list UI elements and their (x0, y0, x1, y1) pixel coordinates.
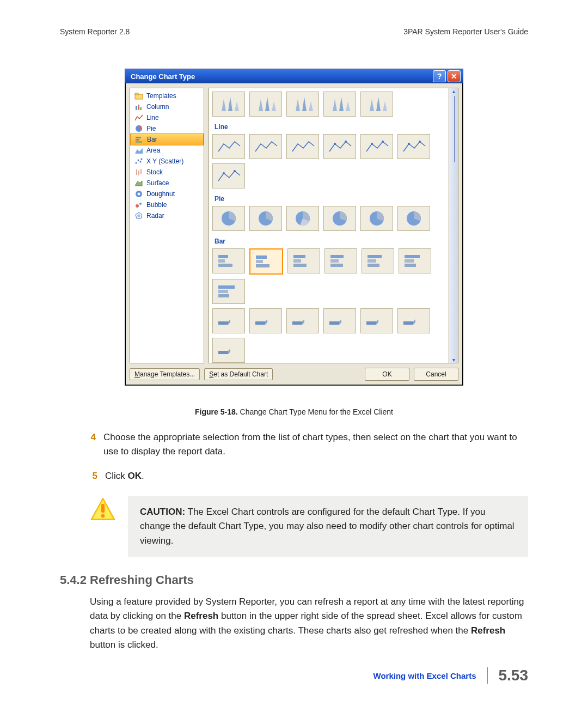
chart-thumb[interactable] (360, 134, 393, 159)
svg-marker-85 (403, 321, 413, 325)
chart-thumb[interactable] (286, 92, 319, 117)
svg-rect-7 (136, 139, 139, 141)
svg-rect-53 (218, 255, 228, 258)
category-column[interactable]: Column (130, 101, 204, 112)
chart-thumb[interactable] (397, 206, 430, 231)
svg-point-12 (140, 161, 142, 163)
bubble-icon (134, 201, 143, 209)
scroll-down-icon[interactable]: ▾ (452, 357, 455, 363)
chart-thumb[interactable] (397, 134, 430, 159)
chart-thumb[interactable] (286, 134, 319, 159)
svg-point-40 (345, 141, 347, 143)
svg-point-44 (419, 141, 421, 143)
chart-thumb[interactable] (362, 248, 394, 273)
manage-templates-button[interactable]: Manage Templates... (130, 368, 200, 380)
chart-thumb[interactable] (399, 248, 431, 273)
svg-rect-63 (330, 259, 339, 263)
chart-thumb[interactable] (324, 248, 357, 273)
category-line[interactable]: Line (130, 112, 204, 123)
svg-rect-8 (136, 141, 142, 143)
svg-point-21 (139, 203, 142, 205)
chart-thumb[interactable] (212, 206, 245, 231)
surface-icon (134, 179, 143, 187)
page-footer: Working with Excel Charts 5.53 (60, 667, 528, 684)
svg-point-39 (334, 143, 336, 145)
chart-thumb[interactable] (212, 248, 245, 273)
step-4: 4 Choose the appropriate selection from … (90, 430, 525, 459)
chart-thumb[interactable] (360, 308, 393, 333)
chart-thumb[interactable] (249, 308, 282, 333)
step-list: 4 Choose the appropriate selection from … (90, 430, 525, 483)
category-stock[interactable]: Stock (130, 167, 204, 178)
svg-rect-59 (293, 255, 305, 258)
close-button[interactable]: ✕ (448, 70, 461, 82)
chart-thumb[interactable] (323, 92, 356, 117)
svg-point-91 (101, 514, 105, 518)
category-radar[interactable]: Radar (130, 210, 204, 221)
svg-marker-26 (235, 101, 239, 111)
chart-thumb[interactable] (212, 163, 245, 188)
dialog-button-row: Manage Templates... Set as Default Chart… (130, 368, 458, 381)
chart-thumb[interactable] (249, 92, 282, 117)
chart-thumb[interactable] (212, 308, 245, 333)
category-doughnut[interactable]: Doughnut (130, 188, 204, 199)
category-bar[interactable]: Bar (130, 133, 204, 145)
svg-point-46 (234, 170, 236, 172)
svg-rect-72 (218, 290, 228, 293)
svg-marker-75 (218, 321, 228, 325)
svg-marker-35 (346, 101, 350, 111)
footer-label: Working with Excel Charts (373, 671, 476, 680)
svg-marker-9 (135, 148, 143, 154)
chart-thumb[interactable] (360, 92, 393, 117)
chart-thumb[interactable] (212, 92, 245, 117)
scroll-up-icon[interactable]: ▴ (452, 88, 455, 94)
bar-icon (135, 136, 144, 143)
svg-marker-27 (259, 99, 263, 111)
svg-rect-6 (136, 137, 141, 138)
chart-thumb[interactable] (323, 308, 356, 333)
svg-rect-62 (330, 255, 344, 258)
category-bubble[interactable]: Bubble (130, 199, 204, 210)
chart-thumb[interactable] (286, 308, 319, 333)
chart-thumb[interactable] (286, 206, 319, 231)
cancel-button[interactable]: Cancel (414, 368, 458, 381)
chart-thumb[interactable] (212, 134, 245, 159)
svg-point-45 (223, 172, 225, 174)
chart-thumb[interactable] (249, 134, 282, 159)
svg-rect-73 (218, 294, 229, 297)
svg-point-43 (408, 143, 410, 145)
category-templates[interactable]: Templates (130, 90, 204, 101)
svg-marker-38 (383, 101, 387, 111)
chart-thumb[interactable] (287, 248, 320, 273)
svg-point-19 (138, 193, 140, 196)
chart-thumb[interactable] (360, 206, 393, 231)
section-bar: Bar (212, 235, 445, 248)
category-surface[interactable]: Surface (130, 178, 204, 188)
category-x-y-scatter-[interactable]: X Y (Scatter) (130, 156, 204, 167)
chart-thumb[interactable] (249, 206, 282, 231)
svg-rect-1 (135, 93, 138, 95)
svg-rect-57 (256, 260, 263, 263)
svg-point-13 (141, 159, 143, 160)
category-pie[interactable]: Pie (130, 123, 204, 134)
svg-marker-81 (329, 321, 339, 325)
chart-thumb[interactable] (323, 206, 356, 231)
help-button[interactable]: ? (433, 70, 446, 82)
caution-icon (90, 496, 116, 522)
chart-thumb[interactable] (323, 134, 356, 159)
ok-button[interactable]: OK (365, 368, 409, 381)
chart-thumb[interactable] (212, 338, 245, 363)
chart-thumb[interactable] (212, 279, 245, 304)
figure-caption: Figure 5-18. Change Chart Type Menu for … (60, 407, 528, 416)
header-right: 3PAR System Reporter User's Guide (403, 27, 528, 36)
svg-rect-69 (405, 259, 414, 263)
gallery-scrollbar[interactable]: ▴ ▾ (449, 88, 458, 363)
chart-thumb[interactable] (397, 308, 430, 333)
svg-point-41 (371, 143, 373, 145)
svg-rect-2 (136, 106, 137, 110)
category-area[interactable]: Area (130, 145, 204, 156)
chart-gallery: Line Pie Bar (209, 88, 449, 363)
dialog-titlebar: Change Chart Type ? ✕ (125, 69, 463, 83)
set-default-chart-button[interactable]: Set as Default Chart (204, 368, 273, 380)
chart-thumb[interactable] (249, 248, 283, 275)
